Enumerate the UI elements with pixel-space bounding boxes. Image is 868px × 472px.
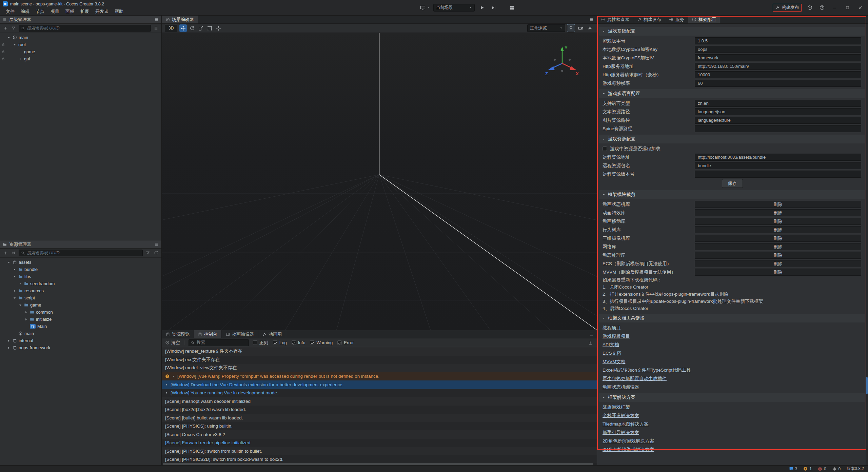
menu-item-4[interactable]: 面板 — [62, 8, 77, 15]
tree-caret-icon[interactable] — [24, 311, 28, 314]
tree-row[interactable]: seedrandom — [0, 280, 161, 287]
log-row[interactable]: [Scene] [PHYSICS]: switch from builtin t… — [162, 447, 597, 455]
doc-link[interactable]: Excel格式转Json文件与TypeScript代码工具 — [599, 366, 865, 374]
menu-item-0[interactable]: 文件 — [3, 8, 18, 15]
menu-item-1[interactable]: 编辑 — [18, 8, 33, 15]
doc-link[interactable]: 原生包热更新配置自动生成插件 — [599, 374, 865, 383]
hierarchy-search-input[interactable]: 搜索名称或 UUID — [19, 25, 151, 32]
log-row[interactable]: [Scene] [PHYSICS]: using builtin. — [162, 422, 597, 431]
tree-caret-icon[interactable] — [13, 43, 17, 46]
build-publish-button[interactable]: 构建发布 — [773, 4, 802, 12]
filter-Error[interactable]: Error — [337, 340, 354, 345]
scene-select[interactable]: 当前场景 — [433, 4, 475, 12]
console-tab-3[interactable]: 动画图 — [258, 330, 286, 338]
scrollbar-thumb[interactable] — [866, 377, 868, 394]
console-tab-2[interactable]: 动画编辑器 — [222, 330, 258, 338]
doc-link[interactable]: 战旗游戏框架 — [599, 403, 865, 411]
console-horizontal-scrollbar[interactable] — [162, 463, 597, 465]
menu-item-2[interactable]: 节点 — [33, 8, 47, 15]
section-header[interactable]: 游戏多语言配置 — [599, 89, 865, 98]
status-warnings[interactable]: 1 — [803, 467, 812, 471]
filter-Log[interactable]: Log — [273, 340, 287, 345]
delete-module-button[interactable]: 删除 — [695, 201, 861, 208]
property-input[interactable]: 1.0.5 — [695, 37, 861, 44]
status-notifications[interactable]: 0 — [832, 467, 841, 471]
scene-viewport[interactable]: Y X Z — [162, 33, 597, 330]
log-row[interactable]: [Window] [Vue warn]: Property "onInput" … — [162, 372, 597, 381]
menu-item-6[interactable]: 开发者 — [92, 8, 112, 15]
tree-row[interactable]: internal — [0, 337, 161, 344]
create-asset-button[interactable] — [2, 250, 8, 256]
log-row[interactable]: [Window] model_view文件夹不存在 — [162, 364, 597, 372]
maximize-button[interactable] — [843, 4, 852, 12]
doc-link[interactable]: 动画状态机编辑器 — [599, 383, 865, 391]
delete-module-button[interactable]: 删除 — [695, 243, 861, 250]
doc-link[interactable]: 全栈开发解决方案 — [599, 411, 865, 420]
move-tool-button[interactable] — [179, 24, 187, 32]
clear-console-button[interactable]: 清空 — [165, 340, 180, 346]
scale-tool-button[interactable] — [197, 24, 204, 32]
log-file-icon[interactable] — [587, 340, 593, 346]
tree-row[interactable]: gui — [0, 55, 161, 62]
doc-link[interactable]: ECS文档 — [599, 349, 865, 357]
menu-item-3[interactable]: 项目 — [47, 8, 62, 15]
play-button[interactable] — [478, 4, 486, 12]
inspector-tab-2[interactable]: 服务 — [665, 16, 688, 23]
rotate-tool-button[interactable] — [188, 24, 196, 32]
tree-row[interactable]: TSMain — [0, 323, 161, 330]
tree-caret-icon[interactable] — [7, 346, 11, 350]
tree-row[interactable]: resources — [0, 287, 161, 294]
console-search-input[interactable]: 搜索 — [189, 339, 249, 346]
delete-module-button[interactable]: 删除 — [695, 226, 861, 233]
log-row[interactable]: [Window] render_texture文件夹不存在 — [162, 347, 597, 356]
filter-正则[interactable]: 正则 — [253, 340, 268, 346]
tree-caret-icon[interactable] — [18, 303, 22, 307]
property-input[interactable]: bundle — [695, 162, 861, 169]
inspector-tab-0[interactable]: 属性检查器 — [597, 16, 633, 23]
log-row[interactable]: [Window] ecs文件夹不存在 — [162, 356, 597, 364]
tree-caret-icon[interactable] — [18, 282, 22, 286]
tree-row[interactable]: libs — [0, 273, 161, 280]
tree-row[interactable]: main — [0, 34, 161, 41]
refresh-button[interactable] — [153, 250, 159, 256]
layout-button[interactable] — [508, 4, 516, 12]
checkbox[interactable] — [310, 340, 314, 345]
property-input[interactable]: 60 — [695, 80, 861, 87]
tree-row[interactable]: assets — [0, 259, 161, 266]
tree-caret-icon[interactable] — [7, 261, 11, 264]
gizmo-settings-button[interactable] — [586, 24, 594, 32]
section-header[interactable]: 游戏资源配置 — [599, 135, 865, 143]
tree-caret-icon[interactable] — [13, 289, 17, 293]
log-row[interactable]: [Window] You are running Vue in developm… — [162, 389, 597, 397]
step-button[interactable] — [490, 4, 498, 12]
minimize-button[interactable] — [830, 4, 839, 12]
section-header[interactable]: 框架解决方案 — [599, 393, 865, 402]
filter-type-icon[interactable] — [153, 25, 159, 31]
tree-caret-icon[interactable] — [7, 339, 11, 342]
log-row[interactable]: [Window] Download the Vue Devtools exten… — [162, 380, 597, 389]
assets-search-input[interactable]: 搜索名称或 UUID — [19, 250, 143, 256]
log-row[interactable]: [Scene] meshopt wasm decoder initialized — [162, 397, 597, 406]
menu-item-5[interactable]: 扩展 — [77, 8, 92, 15]
property-input[interactable]: http://localhost:8083/assets/bundle — [695, 154, 861, 161]
property-input[interactable] — [695, 171, 861, 178]
create-node-button[interactable] — [2, 25, 8, 31]
panel-menu-icon[interactable] — [154, 242, 159, 247]
doc-link[interactable]: 教程项目 — [599, 323, 865, 332]
chevron-down-icon[interactable] — [427, 6, 430, 9]
doc-link[interactable]: Tiledmap地图解决方案 — [599, 420, 865, 428]
tree-row[interactable]: initialize — [0, 316, 161, 323]
help-icon[interactable] — [818, 4, 826, 12]
checkbox[interactable] — [337, 340, 342, 345]
tree-row[interactable]: game — [0, 48, 161, 55]
axis-gizmo[interactable]: Y X Z — [542, 42, 583, 82]
scrollbar-thumb[interactable] — [163, 463, 593, 465]
tree-row[interactable]: root — [0, 41, 161, 48]
tree-row[interactable]: script — [0, 294, 161, 301]
remote-load-checkbox[interactable] — [603, 146, 607, 151]
tree-row[interactable]: common — [0, 309, 161, 316]
tree-caret-icon[interactable] — [13, 268, 17, 271]
tree-row[interactable]: oops-framework — [0, 344, 161, 351]
section-header[interactable]: 游戏基础配置 — [599, 27, 865, 36]
delete-module-button[interactable]: 删除 — [695, 209, 861, 216]
